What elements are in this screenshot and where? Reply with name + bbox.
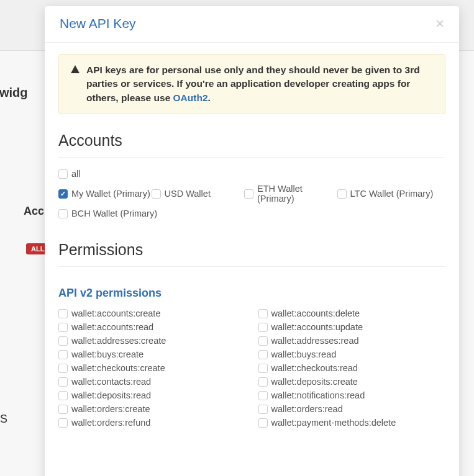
account-item: BCH Wallet (Primary) — [58, 209, 445, 218]
account-label[interactable]: BCH Wallet (Primary) — [71, 209, 157, 218]
bg-s-text: S — [0, 413, 7, 426]
perm-item: wallet:orders:create — [58, 404, 246, 414]
checkbox-ltc-wallet[interactable] — [337, 189, 347, 199]
perm-checkbox[interactable] — [58, 391, 68, 400]
warning-text-after: . — [208, 92, 211, 103]
perm-item: wallet:orders:refund — [58, 418, 246, 428]
perm-label[interactable]: wallet:accounts:delete — [271, 308, 360, 318]
perm-item: wallet:accounts:update — [258, 322, 446, 332]
checkbox-eth-wallet[interactable] — [244, 189, 253, 199]
perm-label[interactable]: wallet:notifications:read — [271, 390, 365, 400]
perm-checkbox[interactable] — [58, 364, 68, 373]
account-item: My Wallet (Primary) — [58, 184, 152, 204]
checkbox-all[interactable] — [58, 169, 68, 179]
perm-label[interactable]: wallet:addresses:read — [271, 336, 359, 346]
perm-item: wallet:addresses:create — [58, 336, 246, 346]
perm-label[interactable]: wallet:addresses:create — [71, 336, 166, 346]
modal-header: New API Key × — [45, 6, 459, 43]
accounts-heading: Accounts — [58, 132, 445, 150]
perm-checkbox[interactable] — [258, 364, 268, 373]
oauth2-link[interactable]: OAuth2 — [173, 92, 208, 103]
warning-text-before: API keys are for personal use only and t… — [86, 65, 420, 103]
perm-item: wallet:deposits:read — [58, 390, 246, 400]
bg-acc-text: Acc — [24, 205, 44, 218]
perm-checkbox[interactable] — [258, 391, 268, 400]
perm-item: wallet:buys:read — [258, 349, 446, 359]
account-item: LTC Wallet (Primary) — [337, 184, 445, 204]
perm-label[interactable]: wallet:orders:create — [71, 404, 150, 414]
warning-icon — [70, 65, 80, 77]
warning-banner: API keys are for personal use only and t… — [58, 54, 445, 114]
perm-item: wallet:checkouts:create — [58, 363, 246, 373]
bg-buy-widget-text: uy widg — [0, 86, 27, 100]
accounts-divider — [58, 157, 445, 158]
perm-label[interactable]: wallet:accounts:create — [71, 308, 160, 318]
perm-checkbox[interactable] — [258, 377, 268, 387]
perm-checkbox[interactable] — [258, 418, 268, 428]
perm-label[interactable]: wallet:deposits:create — [271, 377, 358, 387]
close-button[interactable]: × — [435, 16, 444, 31]
perm-checkbox[interactable] — [58, 323, 68, 332]
perm-label[interactable]: wallet:accounts:read — [71, 322, 153, 332]
perm-checkbox[interactable] — [258, 350, 268, 359]
account-all-row: all — [58, 169, 445, 179]
account-item: ETH Wallet (Primary) — [244, 184, 337, 204]
perm-item: wallet:accounts:delete — [258, 308, 446, 318]
perm-checkbox[interactable] — [58, 336, 68, 346]
modal-body: API keys are for personal use only and t… — [45, 43, 459, 439]
perm-item: wallet:accounts:create — [58, 308, 246, 318]
api-v2-heading: API v2 permissions — [58, 287, 445, 300]
perm-item: wallet:notifications:read — [258, 390, 446, 400]
account-label[interactable]: ETH Wallet (Primary) — [257, 184, 337, 204]
perm-label[interactable]: wallet:checkouts:read — [271, 363, 358, 373]
warning-text: API keys are for personal use only and t… — [86, 63, 434, 105]
checkbox-usd-wallet[interactable] — [152, 189, 161, 199]
perm-label[interactable]: wallet:orders:refund — [71, 418, 150, 428]
modal-title: New API Key — [60, 16, 136, 31]
checkbox-bch-wallet[interactable] — [58, 209, 68, 218]
perm-checkbox[interactable] — [258, 323, 268, 332]
close-icon: × — [435, 15, 444, 32]
perm-label[interactable]: wallet:buys:read — [271, 349, 337, 359]
account-label[interactable]: My Wallet (Primary) — [71, 189, 150, 199]
perm-checkbox[interactable] — [58, 418, 68, 428]
perm-label[interactable]: wallet:accounts:update — [271, 322, 363, 332]
checkbox-my-wallet[interactable] — [58, 189, 68, 199]
perm-item: wallet:deposits:create — [258, 377, 446, 387]
new-api-key-modal: New API Key × API keys are for personal … — [45, 6, 459, 476]
perm-label[interactable]: wallet:deposits:read — [71, 390, 151, 400]
accounts-list: all My Wallet (Primary) USD Wallet ETH W… — [58, 169, 445, 218]
perm-item: wallet:addresses:read — [258, 336, 446, 346]
account-item: USD Wallet — [152, 184, 245, 204]
perm-label[interactable]: wallet:contacts:read — [71, 377, 151, 387]
perm-item: wallet:accounts:read — [58, 322, 246, 332]
perm-checkbox[interactable] — [258, 309, 268, 318]
perm-checkbox[interactable] — [258, 336, 268, 346]
perm-checkbox[interactable] — [58, 377, 68, 387]
permissions-heading: Permissions — [58, 241, 445, 259]
account-all-label[interactable]: all — [71, 169, 81, 179]
perm-item: wallet:checkouts:read — [258, 363, 446, 373]
permissions-divider — [58, 266, 445, 267]
perm-checkbox[interactable] — [258, 405, 268, 414]
perm-checkbox[interactable] — [58, 309, 68, 318]
account-label[interactable]: LTC Wallet (Primary) — [350, 189, 434, 199]
perm-label[interactable]: wallet:payment-methods:delete — [271, 418, 396, 428]
permissions-grid: wallet:accounts:create wallet:accounts:d… — [58, 308, 445, 428]
account-label[interactable]: USD Wallet — [165, 189, 211, 199]
perm-item: wallet:buys:create — [58, 349, 246, 359]
perm-item: wallet:orders:read — [258, 404, 446, 414]
perm-checkbox[interactable] — [58, 405, 68, 414]
perm-item: wallet:payment-methods:delete — [258, 418, 446, 428]
perm-label[interactable]: wallet:checkouts:create — [71, 363, 165, 373]
perm-label[interactable]: wallet:orders:read — [271, 404, 343, 414]
perm-checkbox[interactable] — [58, 350, 68, 359]
perm-item: wallet:contacts:read — [58, 377, 246, 387]
perm-label[interactable]: wallet:buys:create — [71, 349, 144, 359]
